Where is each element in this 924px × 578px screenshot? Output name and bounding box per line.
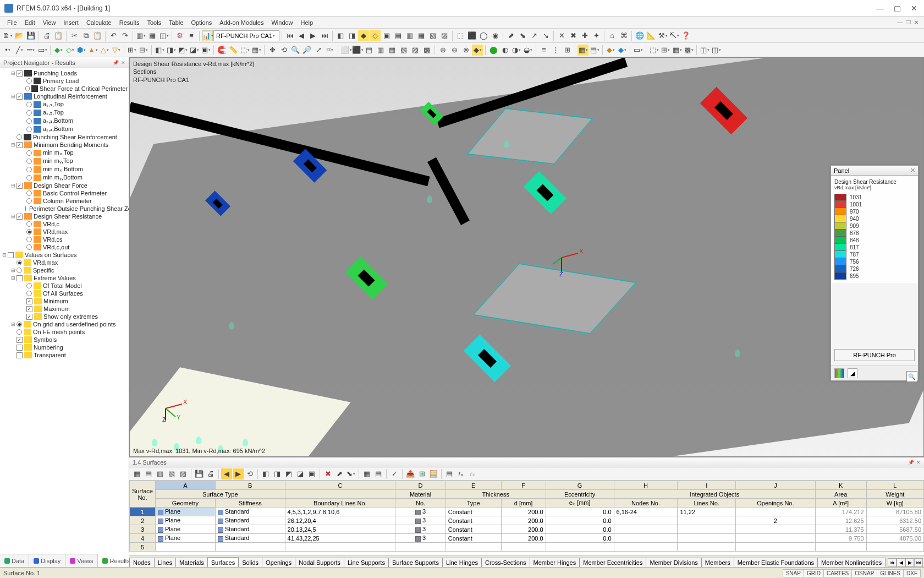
tb-icon[interactable]: ▧ — [427, 30, 438, 41]
table-tab[interactable]: Surfaces — [207, 557, 239, 567]
table-tab[interactable]: Members — [701, 558, 734, 567]
tb2-icon[interactable]: ◫ — [699, 45, 710, 56]
nav-first-button[interactable]: ⏮ — [284, 30, 295, 41]
menu-insert[interactable]: Insert — [59, 18, 82, 27]
views-dropdown[interactable]: ◫ — [158, 30, 169, 41]
tb-icon[interactable]: ✦ — [591, 30, 602, 41]
table-tab[interactable]: Lines — [154, 558, 176, 567]
ttb-icon[interactable]: ◧ — [260, 468, 271, 479]
status-toggle[interactable]: GLINES — [877, 569, 904, 577]
table-tab-nav[interactable]: ◀ — [897, 558, 905, 567]
ttb-icon[interactable]: ▤ — [373, 468, 384, 479]
results-toggle[interactable]: 📊 — [202, 30, 213, 41]
navigator-pin-icon[interactable]: 📌 — [113, 60, 119, 66]
tree-item[interactable]: ⊟Values on Surfaces — [0, 251, 129, 259]
tb-icon[interactable]: ✖ — [568, 30, 579, 41]
tb2-icon[interactable]: ⊞ — [660, 45, 671, 56]
ttb-icon[interactable]: ▨ — [178, 468, 189, 479]
tb-icon[interactable]: ◆ — [358, 30, 369, 41]
menu-calculate[interactable]: Calculate — [82, 18, 116, 27]
redo-button[interactable]: ↷ — [119, 30, 130, 41]
ttb-icon[interactable]: 🖨 — [205, 468, 216, 479]
menu-table[interactable]: Table — [165, 18, 187, 27]
tree-item[interactable]: ✓Minimum — [0, 297, 129, 305]
table-tab[interactable]: Line Hinges — [442, 558, 482, 567]
open-button[interactable]: 📂 — [14, 30, 25, 41]
tb2-icon[interactable]: ▤ — [364, 45, 375, 56]
panel-settings-icon[interactable]: ◢ — [848, 368, 857, 378]
table-tab[interactable]: Nodes — [129, 558, 155, 567]
tb-icon[interactable]: ↗ — [529, 30, 540, 41]
ttb-icon[interactable]: ▤ — [143, 468, 154, 479]
tree-item[interactable]: aₛ,₂,Bottom — [0, 125, 129, 133]
navigator-close-icon[interactable]: ✕ — [121, 60, 125, 66]
tb2-icon[interactable]: ⬤ — [488, 45, 499, 56]
tables-button[interactable]: ▦ — [147, 30, 158, 41]
save-button[interactable]: 💾 — [25, 30, 36, 41]
tree-item[interactable]: ⊟Extreme Values — [0, 274, 129, 282]
table-tab[interactable]: Cross-Sections — [481, 558, 530, 567]
ttb-icon[interactable]: ▦ — [131, 468, 142, 479]
nav-tab-display[interactable]: Display — [29, 554, 65, 567]
tb-icon[interactable]: ⌘ — [618, 30, 629, 41]
tb2-icon[interactable]: ═ — [25, 45, 36, 56]
tree-item[interactable]: min mᵧ,Top — [0, 157, 129, 165]
tb2-icon[interactable]: ▩ — [683, 45, 694, 56]
tree-item[interactable]: min mₓ,Bottom — [0, 165, 129, 173]
table-tab[interactable]: Line Supports — [344, 558, 389, 567]
ttb-icon[interactable]: ✓ — [389, 468, 400, 479]
tb2-icon[interactable]: ⌑ — [324, 45, 336, 56]
menu-window[interactable]: Window — [267, 18, 296, 27]
minimize-button[interactable]: — — [876, 4, 884, 13]
table-tab[interactable]: Member Elastic Foundations — [734, 558, 818, 567]
tb2-icon[interactable]: ▭ — [37, 45, 48, 56]
maximize-button[interactable]: ▢ — [894, 4, 901, 13]
tb2-icon[interactable]: ◆ — [472, 45, 483, 56]
menu-results[interactable]: Results — [116, 18, 144, 27]
tb-icon[interactable]: ▨ — [439, 30, 450, 41]
tb2-icon[interactable]: ⊞ — [562, 45, 573, 56]
tb2-icon[interactable]: ▦ — [672, 45, 683, 56]
tb2-icon[interactable]: ▭ — [632, 45, 644, 56]
tb2-icon[interactable]: ◐ — [499, 45, 510, 56]
tb-icon[interactable]: ⬈ — [505, 30, 516, 41]
tb2-icon[interactable]: ⊞ — [127, 45, 138, 56]
tb2-icon[interactable]: 🧲 — [216, 45, 227, 56]
ttb-icon[interactable]: 💾 — [194, 468, 205, 479]
tree-item[interactable]: On FE mesh points — [0, 328, 129, 336]
tb2-icon[interactable]: ▩ — [421, 45, 432, 56]
tree-item[interactable]: VRd,max — [0, 228, 129, 236]
print-button[interactable]: 🖨 — [41, 30, 52, 41]
tree-item[interactable]: VRd,cs — [0, 236, 129, 243]
tb2-icon[interactable]: ⬛ — [352, 45, 363, 56]
panel-module-button[interactable]: RF-PUNCH Pro — [834, 349, 915, 361]
tree-item[interactable]: Basic Control Perimeter — [0, 189, 129, 197]
tree-item[interactable]: ⊟✓Minimum Bending Moments — [0, 141, 129, 149]
tb2-icon[interactable]: ◒ — [522, 45, 534, 56]
ttb-fx-icon[interactable]: fₓ — [455, 468, 466, 479]
menu-edit[interactable]: Edit — [21, 18, 39, 27]
ttb-icon[interactable]: ⟲ — [244, 468, 255, 479]
tb2-icon[interactable]: ▥ — [375, 45, 386, 56]
tb-icon[interactable]: 🌐 — [634, 30, 645, 41]
tree-item[interactable]: ⊞On grid and userdefined points — [0, 320, 129, 328]
tree-item[interactable]: ⊟✓Longitudinal Reinforcement — [0, 92, 129, 100]
loadcase-combo[interactable]: RF-PUNCH Pro CA1 — [213, 30, 279, 41]
results-panel[interactable]: Panel ✕ Design Shear Resistance vRd,max … — [831, 165, 919, 381]
tb2-icon[interactable]: ◆ — [617, 45, 628, 56]
table-tab[interactable]: Member Nonlinearities — [817, 558, 886, 567]
tb2-icon[interactable]: ◑ — [511, 45, 522, 56]
tb2-icon[interactable]: ╱ — [14, 45, 25, 56]
tb2-icon[interactable]: ⋮ — [550, 45, 561, 56]
nav-tab-data[interactable]: Data — [0, 554, 29, 567]
undo-button[interactable]: ↶ — [108, 30, 119, 41]
tree-item[interactable]: Perimeter Outside Punching Shear Zo — [0, 205, 129, 212]
ttb-icon[interactable]: ▦ — [361, 468, 372, 479]
nav-tab-views[interactable]: Views — [65, 554, 98, 567]
tb2-icon[interactable]: ⬚ — [239, 45, 250, 56]
tree-item[interactable]: aₛ,₁,Bottom — [0, 117, 129, 125]
tb2-icon[interactable]: ◧ — [154, 45, 165, 56]
tb2-icon[interactable]: ◆ — [53, 45, 64, 56]
print-preview-button[interactable]: 📋 — [53, 30, 64, 41]
ttb-icon[interactable]: ▤ — [444, 468, 455, 479]
